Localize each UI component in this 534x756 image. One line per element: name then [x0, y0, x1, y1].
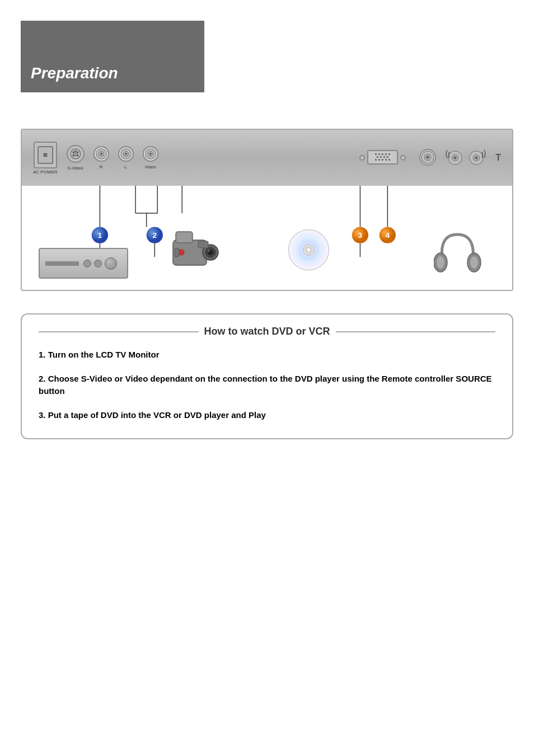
t-marker: T — [495, 153, 501, 163]
svg-point-6 — [74, 151, 76, 152]
vcr-button2 — [94, 260, 102, 267]
dvd-disc — [288, 229, 330, 273]
svg-point-21 — [454, 157, 457, 159]
svg-rect-50 — [198, 241, 208, 248]
how-to-title: How to watch DVD or VCR — [39, 326, 495, 337]
audio-l-port: L — [118, 146, 134, 170]
svg-text:3: 3 — [358, 231, 363, 240]
vcr-device — [39, 248, 128, 279]
camcorder — [170, 229, 221, 279]
vcr-slot — [45, 261, 79, 266]
svg-point-9 — [100, 153, 102, 155]
svg-text:2: 2 — [153, 231, 157, 240]
svg-point-24 — [475, 157, 478, 159]
svg-point-37 — [352, 227, 368, 243]
svg-rect-45 — [176, 232, 193, 243]
svg-point-57 — [437, 256, 444, 269]
svg-point-55 — [307, 248, 311, 252]
ac-power-label: AC POWER — [33, 170, 58, 175]
svg-point-3 — [77, 152, 78, 153]
header-banner: Preparation — [21, 21, 204, 92]
vga-connector — [367, 150, 398, 165]
svg-text:4: 4 — [386, 231, 390, 240]
svg-point-15 — [149, 153, 152, 155]
ac-power-port: ⊞ AC POWER — [33, 142, 58, 175]
step-2: 2. Choose S-Video or Video dependant on … — [39, 373, 495, 398]
svg-point-59 — [470, 256, 478, 269]
svg-point-33 — [147, 227, 163, 243]
audio-r-label: R — [100, 165, 103, 170]
vcr-knob — [105, 257, 117, 270]
svideo-label: S-Video — [67, 166, 83, 171]
step-3: 3. Put a tape of DVD into the VCR or DVD… — [39, 409, 495, 422]
how-to-box: How to watch DVD or VCR 1. Turn on the L… — [21, 313, 513, 439]
svg-point-12 — [125, 153, 127, 155]
connections-area: 1 2 3 4 — [22, 186, 512, 290]
svg-point-2 — [72, 152, 74, 153]
vcr-button1 — [83, 260, 91, 267]
svg-point-4 — [72, 155, 74, 157]
svg-point-5 — [77, 155, 78, 157]
video-port: Video — [143, 146, 158, 170]
svideo-connector — [67, 145, 85, 163]
svg-point-49 — [208, 250, 210, 252]
sound-out-port — [445, 149, 486, 166]
page-title: Preparation — [31, 64, 118, 82]
svg-point-31 — [92, 227, 108, 243]
vga-port — [359, 150, 406, 166]
audio-l-label: L — [124, 165, 127, 170]
port-right1 — [419, 149, 436, 167]
svg-point-39 — [380, 227, 396, 243]
headphones — [434, 229, 481, 281]
monitor-panel: ⊞ AC POWER S-Video — [22, 130, 512, 186]
power-inner: ⊞ — [38, 146, 53, 164]
diagram-area: ⊞ AC POWER S-Video — [21, 129, 513, 291]
video-connector — [143, 146, 158, 162]
video-label: Video — [144, 165, 156, 170]
audio-r-port: R — [93, 146, 109, 170]
step-1: 1. Turn on the LCD TV Monitor — [39, 349, 495, 361]
audio-r-connector — [93, 146, 109, 162]
svg-point-18 — [427, 156, 429, 158]
svg-text:1: 1 — [98, 231, 102, 240]
svideo-port: S-Video — [67, 145, 85, 171]
svg-rect-52 — [175, 248, 179, 257]
port-right1-connector — [419, 149, 436, 166]
audio-l-connector — [118, 146, 134, 162]
